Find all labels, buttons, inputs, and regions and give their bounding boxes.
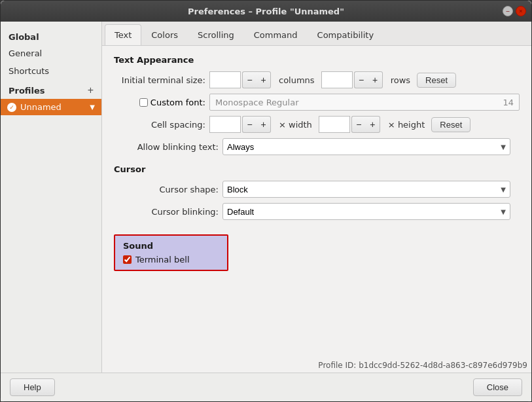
cursor-section: Cursor Cursor shape: Block I-Beam Underl… <box>114 164 520 220</box>
profile-check-icon: ✓ <box>7 103 16 112</box>
width-label: × width <box>279 120 312 130</box>
appearance-section-title: Text Appearance <box>114 55 520 65</box>
profiles-header: Profiles + <box>1 80 101 98</box>
tab-bar: Text Colors Scrolling Command Compatibil… <box>102 22 531 46</box>
bottom-bar: Help Close <box>1 373 531 401</box>
close-button[interactable]: × <box>516 6 526 16</box>
font-display[interactable]: Monospace Regular 14 <box>209 94 520 111</box>
height-spinner: 1.00 − + <box>319 116 381 133</box>
initial-size-row: Initial terminal size: 80 − + columns 24… <box>114 71 520 88</box>
profile-item-unnamed[interactable]: ✓ Unnamed ▼ <box>1 99 101 115</box>
columns-spinner: 80 − + <box>209 71 272 88</box>
help-button[interactable]: Help <box>10 378 55 396</box>
initial-size-label: Initial terminal size: <box>114 75 205 85</box>
titlebar: Preferences – Profile "Unnamed" – × <box>1 1 531 22</box>
height-increment-button[interactable]: + <box>366 116 380 133</box>
terminal-bell-label: Terminal bell <box>135 255 190 265</box>
rows-increment-button[interactable]: + <box>368 71 383 88</box>
sidebar-item-shortcuts[interactable]: Shortcuts <box>1 62 101 80</box>
cursor-section-title: Cursor <box>114 164 520 174</box>
columns-input[interactable]: 80 <box>209 71 241 88</box>
content-area: Global General Shortcuts Profiles + ✓ Un… <box>1 22 531 373</box>
cell-spacing-row: Cell spacing: 1.00 − + × width 1.00 − + … <box>114 116 520 133</box>
custom-font-row: Custom font: Monospace Regular 14 <box>114 94 520 111</box>
font-size: 14 <box>503 98 514 107</box>
blink-row: Allow blinking text: Always Never Termin… <box>114 138 520 155</box>
height-decrement-button[interactable]: − <box>351 116 366 133</box>
height-input[interactable]: 1.00 <box>319 116 350 133</box>
profile-id-value: b1dcc9dd-5262-4d8d-a863-c897e6d979b9 <box>359 361 527 370</box>
cursor-shape-select[interactable]: Block I-Beam Underline <box>223 181 497 197</box>
blink-dropdown-arrow-icon: ▼ <box>497 143 510 151</box>
titlebar-buttons: – × <box>503 6 526 16</box>
tab-command[interactable]: Command <box>244 24 308 45</box>
tab-content-text: Text Appearance Initial terminal size: 8… <box>102 46 531 358</box>
width-input[interactable]: 1.00 <box>209 116 241 133</box>
minimize-button[interactable]: – <box>503 6 513 16</box>
cursor-shape-dropdown[interactable]: Block I-Beam Underline ▼ <box>222 181 510 198</box>
cursor-blink-arrow-icon: ▼ <box>497 208 510 215</box>
sidebar-item-general[interactable]: General <box>1 45 101 62</box>
width-increment-button[interactable]: + <box>257 116 271 133</box>
width-decrement-button[interactable]: − <box>242 116 257 133</box>
height-label: × height <box>388 120 425 130</box>
global-section-label: Global <box>1 27 101 45</box>
tab-scrolling[interactable]: Scrolling <box>188 24 244 45</box>
sound-section-title: Sound <box>123 241 219 251</box>
profile-name: Unnamed <box>20 102 62 112</box>
add-profile-button[interactable]: + <box>88 85 94 96</box>
cursor-shape-label: Cursor shape: <box>114 185 219 194</box>
sidebar: Global General Shortcuts Profiles + ✓ Un… <box>1 22 102 373</box>
profile-item-left: ✓ Unnamed <box>7 102 62 112</box>
tab-text[interactable]: Text <box>105 24 141 45</box>
columns-increment-button[interactable]: + <box>257 71 271 88</box>
tab-compatibility[interactable]: Compatibility <box>308 24 384 45</box>
terminal-bell-checkbox[interactable] <box>123 255 132 264</box>
main-panel: Text Colors Scrolling Command Compatibil… <box>102 22 531 373</box>
rows-spinner: 24 − + <box>321 71 384 88</box>
cursor-blink-select[interactable]: Default Enabled Disabled <box>223 204 497 219</box>
rows-label: rows <box>391 75 410 85</box>
rows-decrement-button[interactable]: − <box>354 71 368 88</box>
cursor-blink-dropdown[interactable]: Default Enabled Disabled ▼ <box>222 203 510 220</box>
blink-dropdown[interactable]: Always Never Terminal Setting ▼ <box>222 138 510 155</box>
size-reset-button[interactable]: Reset <box>417 73 456 88</box>
width-spinner: 1.00 − + <box>209 116 272 133</box>
custom-font-checkbox[interactable] <box>139 98 148 107</box>
cursor-shape-arrow-icon: ▼ <box>497 186 510 193</box>
cursor-blink-label: Cursor blinking: <box>114 207 219 217</box>
blink-select[interactable]: Always Never Terminal Setting <box>223 139 497 155</box>
profile-id-row: Profile ID: b1dcc9dd-5262-4d8d-a863-c897… <box>102 358 531 373</box>
window-title: Preferences – Profile "Unnamed" <box>188 7 344 16</box>
preferences-window: Preferences – Profile "Unnamed" – × Glob… <box>0 0 532 402</box>
rows-input[interactable]: 24 <box>321 71 353 88</box>
tab-colors[interactable]: Colors <box>141 24 188 45</box>
cell-spacing-label: Cell spacing: <box>114 120 205 130</box>
cursor-blink-row: Cursor blinking: Default Enabled Disable… <box>114 203 520 220</box>
cursor-shape-row: Cursor shape: Block I-Beam Underline ▼ <box>114 181 520 198</box>
font-name: Monospace Regular <box>215 98 299 107</box>
spacing-reset-button[interactable]: Reset <box>431 117 470 132</box>
custom-font-checkbox-container: Custom font: <box>114 98 205 107</box>
terminal-bell-row: Terminal bell <box>123 255 219 265</box>
custom-font-label: Custom font: <box>151 98 205 107</box>
columns-decrement-button[interactable]: − <box>242 71 257 88</box>
profile-id-label: Profile ID: <box>318 361 356 370</box>
blink-label: Allow blinking text: <box>114 142 219 152</box>
close-dialog-button[interactable]: Close <box>473 378 522 396</box>
columns-label: columns <box>279 75 315 85</box>
sound-section: Sound Terminal bell <box>114 234 228 271</box>
profiles-section-label: Profiles <box>9 86 45 96</box>
profile-arrow-icon: ▼ <box>90 103 95 111</box>
